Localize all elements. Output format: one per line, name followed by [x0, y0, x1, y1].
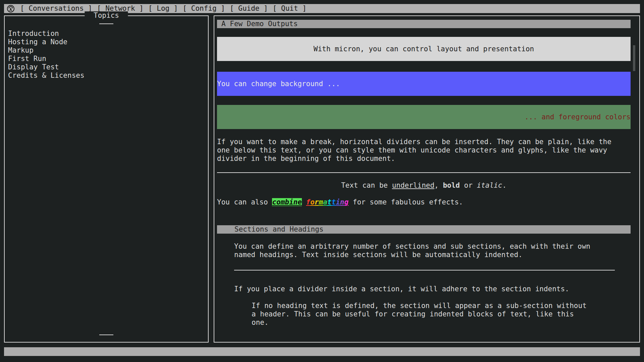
topic-item-display-test[interactable]: Display Test — [8, 63, 208, 71]
subsection-paragraph: If no heading text is defined, the secti… — [217, 302, 631, 327]
topics-top-divider — [99, 23, 113, 24]
banner-green-foreground: ... and foreground colors — [217, 105, 631, 129]
section-divider-note: If you place a divider inside a section,… — [217, 285, 631, 293]
plain-text: for some fabulous effects. — [348, 198, 463, 206]
paragraph-line: one. — [252, 318, 631, 327]
paragraph-line: named headings. Text inside sections wil… — [234, 251, 631, 259]
document-title-bar: A Few Demo Outputs — [217, 20, 631, 28]
topics-panel: Topics Introduction Hosting a Node Marku… — [4, 15, 209, 343]
topic-item-markup[interactable]: Markup — [8, 46, 208, 55]
combine-highlight-sample: combine — [272, 198, 302, 206]
guide-content-panel: A Few Demo Outputs With micron, you can … — [214, 15, 640, 343]
status-bar — [4, 347, 640, 356]
banner-blue-background: You can change background ... — [217, 72, 631, 96]
paragraph-line: If no heading text is defined, the secti… — [252, 302, 631, 310]
paragraph-line: If you place a divider inside a section,… — [234, 285, 631, 293]
plain-text: You can also — [217, 198, 272, 206]
bold-sample: bold — [443, 181, 460, 189]
section-paragraph: You can define an arbitrary number of se… — [217, 242, 631, 259]
topics-panel-title: Topics — [85, 11, 128, 20]
topic-item-credits-licenses[interactable]: Credits & Licenses — [8, 71, 208, 80]
menu-item-quit[interactable]: [ Quit ] — [273, 4, 307, 13]
horizontal-divider — [217, 172, 631, 173]
section-heading-bar: Sections and Headings — [217, 225, 631, 234]
paragraph-line: divider in the beginning of this documen… — [217, 155, 631, 163]
banner-light-centered: With micron, you can control layout and … — [217, 37, 631, 61]
nomadnet-logo-icon — [7, 5, 15, 13]
menu-item-guide[interactable]: [ Guide ] — [230, 4, 268, 13]
topic-item-introduction[interactable]: Introduction — [8, 29, 208, 38]
italic-sample: italic — [477, 181, 502, 189]
paragraph-line: If you want to make a break, horizontal … — [217, 138, 631, 146]
scrollbar-thumb[interactable] — [633, 45, 635, 71]
plain-text: , — [434, 181, 443, 189]
underlined-sample: underlined — [392, 181, 434, 189]
paragraph-line: You can define an arbitrary number of se… — [234, 242, 631, 251]
topic-item-first-run[interactable]: First Run — [8, 55, 208, 63]
topics-bottom-divider — [99, 335, 113, 335]
topic-item-hosting-a-node[interactable]: Hosting a Node — [8, 38, 208, 46]
menu-item-conversations[interactable]: [ Conversations ] — [20, 4, 92, 13]
rainbow-word: formatting — [306, 198, 349, 206]
section-divider — [234, 270, 615, 270]
plain-text: . — [502, 181, 506, 189]
paragraph-line: a header. This can be useful for creatin… — [252, 310, 631, 318]
plain-text — [302, 198, 306, 206]
menu-item-config[interactable]: [ Config ] — [183, 4, 225, 13]
plain-text: Text can be — [341, 181, 392, 189]
combined-formatting-line: You can also combine formatting for some… — [217, 198, 631, 206]
plain-text: or — [460, 181, 477, 189]
guide-document: A Few Demo Outputs With micron, you can … — [217, 20, 631, 327]
dividers-paragraph: If you want to make a break, horizontal … — [217, 138, 631, 163]
menu-item-log[interactable]: [ Log ] — [148, 4, 178, 13]
topics-list: Introduction Hosting a Node Markup First… — [5, 29, 208, 80]
paragraph-line: one below this text, or you can style th… — [217, 146, 631, 155]
text-styles-line: Text can be underlined, bold or italic. — [217, 181, 631, 190]
